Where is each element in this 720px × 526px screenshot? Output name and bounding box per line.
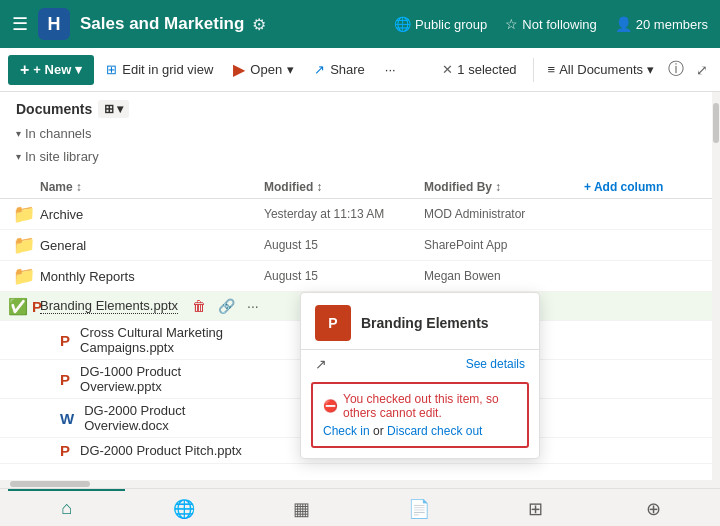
more-button[interactable]: ··· bbox=[377, 56, 404, 83]
checkout-actions: Check in or Discard check out bbox=[323, 424, 517, 438]
discard-checkout-link[interactable]: Discard check out bbox=[387, 424, 482, 438]
open-button[interactable]: ▶ Open ▾ bbox=[225, 54, 302, 85]
table-row[interactable]: 📁 Monthly Reports August 15 Megan Bowen bbox=[0, 261, 712, 292]
file-link[interactable]: DG-2000 Product Pitch.pptx bbox=[80, 443, 242, 458]
popup-share-icon: ↗ bbox=[315, 356, 327, 372]
h-scroll-thumb[interactable] bbox=[10, 481, 90, 487]
checkout-warning: ⛔ You checked out this item, so others c… bbox=[311, 382, 529, 448]
settings-icon[interactable]: ⚙ bbox=[252, 15, 266, 34]
hamburger-menu-icon[interactable]: ☰ bbox=[12, 13, 28, 35]
file-name-wrapper: P Cross Cultural Marketing Campaigns.ppt… bbox=[40, 325, 264, 355]
view-toggle[interactable]: ⊞ ▾ bbox=[98, 100, 129, 118]
nav-web[interactable]: 🌐 bbox=[125, 489, 242, 526]
nav-home[interactable]: ⌂ bbox=[8, 489, 125, 526]
documents-title: Documents bbox=[16, 101, 92, 117]
selected-badge: ✕ 1 selected bbox=[442, 62, 516, 77]
file-link[interactable]: DG-1000 Product Overview.pptx bbox=[80, 364, 264, 394]
new-button[interactable]: + + New ▾ bbox=[8, 55, 94, 85]
in-site-library-section[interactable]: ▾ In site library bbox=[0, 145, 712, 168]
edit-grid-button[interactable]: ⊞ Edit in grid view bbox=[98, 56, 221, 83]
file-link[interactable]: Monthly Reports bbox=[40, 269, 135, 284]
check-in-link[interactable]: Check in bbox=[323, 424, 370, 438]
file-list-header: Name ↕ Modified ↕ Modified By ↕ + Add co… bbox=[0, 176, 712, 199]
file-link[interactable]: Archive bbox=[40, 207, 83, 222]
modified-date: August 15 bbox=[264, 238, 424, 252]
all-documents-button[interactable]: ≡ All Documents ▾ bbox=[542, 58, 660, 81]
nav-add[interactable]: ⊕ bbox=[595, 489, 712, 526]
name-column-header[interactable]: Name ↕ bbox=[40, 180, 264, 194]
file-link[interactable]: Branding Elements.pptx bbox=[40, 298, 178, 314]
globe-icon: 🌐 bbox=[173, 498, 195, 520]
scroll-thumb[interactable] bbox=[713, 103, 719, 143]
top-bar: ☰ H Sales and Marketing ⚙ 🌐 Public group… bbox=[0, 0, 720, 48]
open-label: Open bbox=[250, 62, 282, 77]
see-details-link[interactable]: See details bbox=[466, 357, 525, 371]
warning-icon: ⛔ bbox=[323, 399, 338, 413]
file-link[interactable]: DG-2000 Product Overview.docx bbox=[84, 403, 264, 433]
add-column-button[interactable]: + Add column bbox=[584, 180, 704, 194]
checkout-icon: ✅ bbox=[8, 297, 28, 316]
popup-footer: ↗ See details bbox=[301, 349, 539, 378]
all-docs-label: All Documents bbox=[559, 62, 643, 77]
file-name[interactable]: General bbox=[40, 238, 264, 253]
site-title: Sales and Marketing bbox=[80, 14, 244, 34]
popup-card: P Branding Elements ↗ See details ⛔ You … bbox=[300, 292, 540, 459]
popup-title: Branding Elements bbox=[361, 315, 489, 331]
folder-icon: 📁 bbox=[8, 234, 40, 256]
pptx-icon: P bbox=[60, 371, 70, 388]
public-group-label: Public group bbox=[415, 17, 487, 32]
nav-layout[interactable]: ▦ bbox=[243, 489, 360, 526]
popup-file-icon: P bbox=[315, 305, 351, 341]
file-name-wrapper: Branding Elements.pptx 🗑 🔗 ··· bbox=[40, 296, 264, 316]
sort-modified-icon: ↕ bbox=[316, 180, 322, 194]
in-channels-label: In channels bbox=[25, 126, 92, 141]
not-following-item[interactable]: ☆ Not following bbox=[505, 16, 596, 32]
public-group-item[interactable]: 🌐 Public group bbox=[394, 16, 487, 32]
horizontal-scrollbar[interactable] bbox=[0, 480, 720, 488]
modified-column-header[interactable]: Modified ↕ bbox=[264, 180, 424, 194]
in-channels-section[interactable]: ▾ In channels bbox=[0, 122, 712, 145]
members-item[interactable]: 👤 20 members bbox=[615, 16, 708, 32]
file-actions: 🗑 🔗 ··· bbox=[188, 296, 263, 316]
plus-icon: + bbox=[20, 61, 29, 79]
copy-link-button[interactable]: 🔗 bbox=[214, 296, 239, 316]
popup-header: P Branding Elements bbox=[301, 293, 539, 349]
list-icon: ≡ bbox=[548, 62, 556, 77]
close-selection-icon[interactable]: ✕ bbox=[442, 62, 453, 77]
app-icon: H bbox=[38, 8, 70, 40]
file-name-wrapper: P DG-2000 Product Pitch.pptx bbox=[40, 442, 264, 459]
chevron-down-icon: ▾ bbox=[16, 151, 21, 162]
vertical-scrollbar[interactable] bbox=[712, 92, 720, 480]
folder-icon: 📁 bbox=[8, 203, 40, 225]
table-row[interactable]: 📁 General August 15 SharePoint App bbox=[0, 230, 712, 261]
nav-files[interactable]: 📄 bbox=[360, 489, 477, 526]
modified-by: MOD Administrator bbox=[424, 207, 584, 221]
file-link[interactable]: Cross Cultural Marketing Campaigns.pptx bbox=[80, 325, 264, 355]
open-chevron-icon: ▾ bbox=[287, 62, 294, 77]
info-button[interactable]: ⓘ bbox=[664, 55, 688, 84]
grid-icon: ⊞ bbox=[106, 62, 117, 77]
view-icon: ⊞ bbox=[104, 102, 114, 116]
delete-button[interactable]: 🗑 bbox=[188, 296, 210, 316]
globe-icon: 🌐 bbox=[394, 16, 411, 32]
docx-icon: W bbox=[60, 410, 74, 427]
in-site-library-label: In site library bbox=[25, 149, 99, 164]
nav-apps[interactable]: ⊞ bbox=[477, 489, 594, 526]
file-link[interactable]: General bbox=[40, 238, 86, 253]
modified-date: August 15 bbox=[264, 269, 424, 283]
selected-count-label: 1 selected bbox=[457, 62, 516, 77]
person-icon: 👤 bbox=[615, 16, 632, 32]
file-name[interactable]: Archive bbox=[40, 207, 264, 222]
not-following-label: Not following bbox=[522, 17, 596, 32]
more-actions-button[interactable]: ··· bbox=[243, 296, 263, 316]
file-name[interactable]: Monthly Reports bbox=[40, 269, 264, 284]
expand-button[interactable]: ⤢ bbox=[692, 58, 712, 82]
open-file-icon: ▶ bbox=[233, 60, 245, 79]
all-docs-chevron-icon: ▾ bbox=[647, 62, 654, 77]
bottom-nav: ⌂ 🌐 ▦ 📄 ⊞ ⊕ bbox=[0, 488, 720, 526]
share-icon: ↗ bbox=[314, 62, 325, 77]
table-row[interactable]: 📁 Archive Yesterday at 11:13 AM MOD Admi… bbox=[0, 199, 712, 230]
share-button[interactable]: ↗ Share bbox=[306, 56, 373, 83]
modified-by-column-header[interactable]: Modified By ↕ bbox=[424, 180, 584, 194]
view-chevron-icon: ▾ bbox=[117, 102, 123, 116]
